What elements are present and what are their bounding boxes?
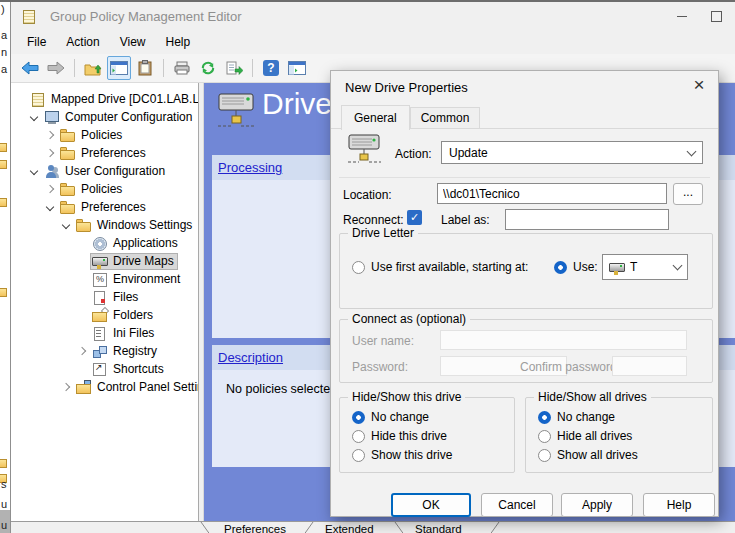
drive-action-icon bbox=[347, 133, 385, 165]
hide-this-drive-radio[interactable]: Hide this drive bbox=[352, 429, 447, 443]
back-icon[interactable] bbox=[18, 56, 42, 80]
control-panel-folder-icon bbox=[76, 380, 93, 395]
ok-button[interactable]: OK bbox=[391, 493, 471, 517]
cancel-button[interactable]: Cancel bbox=[481, 493, 553, 517]
chevron-down-icon bbox=[673, 261, 683, 271]
export-list-icon[interactable] bbox=[222, 56, 246, 80]
tree-item-drive-maps[interactable]: Drive Maps bbox=[11, 252, 198, 270]
tree-item-files[interactable]: Files bbox=[11, 288, 198, 306]
bottom-tab-strip: Preferences Extended Standard bbox=[11, 521, 735, 533]
tree-item-user-configuration[interactable]: User Configuration bbox=[11, 162, 198, 180]
chevron-collapsed-icon[interactable] bbox=[78, 347, 86, 355]
computer-icon bbox=[44, 110, 61, 125]
tab-standard[interactable]: Standard bbox=[415, 523, 462, 533]
menu-bar: File Action View Help bbox=[11, 30, 735, 54]
connect-as-group-title: Connect as (optional) bbox=[348, 312, 470, 326]
chevron-collapsed-icon[interactable] bbox=[46, 149, 54, 157]
radio-off-icon[interactable] bbox=[352, 261, 365, 274]
tree-item-computer-configuration[interactable]: Computer Configuration bbox=[11, 108, 198, 126]
show-console-tree-icon[interactable] bbox=[107, 56, 131, 80]
show-this-drive-radio[interactable]: Show this drive bbox=[352, 448, 452, 462]
browse-button[interactable]: ... bbox=[673, 183, 703, 205]
forward-icon[interactable] bbox=[44, 56, 68, 80]
tree-item-policies[interactable]: Policies bbox=[11, 126, 198, 144]
folder-icon bbox=[0, 143, 7, 152]
tree-item-environment[interactable]: Environment bbox=[11, 270, 198, 288]
toolbar-separator bbox=[252, 59, 253, 77]
description-link[interactable]: Description bbox=[218, 350, 283, 365]
menu-help[interactable]: Help bbox=[156, 31, 201, 53]
chevron-expanded-icon[interactable] bbox=[62, 221, 70, 229]
this-no-change-radio[interactable]: No change bbox=[352, 410, 429, 424]
selected-item-highlight: Drive Maps bbox=[90, 253, 178, 270]
apply-button[interactable]: Apply bbox=[561, 493, 633, 517]
bg-text-fragment: a bbox=[1, 29, 7, 41]
gpo-scroll-icon bbox=[21, 9, 38, 24]
radio-on-icon[interactable] bbox=[352, 411, 365, 424]
tree-item-shortcuts[interactable]: Shortcuts bbox=[11, 360, 198, 378]
all-no-change-radio[interactable]: No change bbox=[538, 410, 615, 424]
tab-general[interactable]: General bbox=[341, 105, 410, 130]
tree-item-mapped-drive-gpo[interactable]: Mapped Drive [DC01.LAB.LOCA bbox=[11, 90, 198, 108]
use-first-available-radio[interactable]: Use first available, starting at: bbox=[352, 260, 528, 274]
title-bar: Group Policy Management Editor bbox=[11, 2, 735, 30]
tree-item-windows-settings[interactable]: Windows Settings bbox=[11, 216, 198, 234]
tree-item-user-policies[interactable]: Policies bbox=[11, 180, 198, 198]
tree-item-applications[interactable]: Applications bbox=[11, 234, 198, 252]
tree-item-control-panel-settings[interactable]: Control Panel Setting bbox=[11, 378, 198, 396]
help-icon[interactable]: ? bbox=[259, 56, 283, 80]
folder-icon bbox=[76, 218, 93, 233]
refresh-icon[interactable] bbox=[196, 56, 220, 80]
radio-on-icon[interactable] bbox=[554, 261, 567, 274]
hide-all-drives-radio[interactable]: Hide all drives bbox=[538, 429, 632, 443]
user-icon bbox=[44, 164, 61, 179]
label-as-input[interactable] bbox=[505, 209, 669, 230]
shortcuts-icon bbox=[92, 362, 109, 377]
up-one-level-icon[interactable] bbox=[81, 56, 105, 80]
drive-letter-select[interactable]: T bbox=[602, 254, 688, 280]
toolbar-separator bbox=[163, 59, 164, 77]
radio-off-icon[interactable] bbox=[352, 449, 365, 462]
tab-common[interactable]: Common bbox=[410, 107, 481, 129]
action-label: Action: bbox=[395, 147, 432, 161]
tree-item-ini-files[interactable]: Ini Files bbox=[11, 324, 198, 342]
new-window-icon[interactable] bbox=[285, 56, 309, 80]
tab-extended[interactable]: Extended bbox=[325, 523, 374, 533]
chevron-expanded-icon[interactable] bbox=[30, 167, 38, 175]
radio-off-icon[interactable] bbox=[352, 430, 365, 443]
reconnect-checkbox[interactable] bbox=[407, 210, 422, 225]
menu-view[interactable]: View bbox=[110, 31, 156, 53]
chevron-collapsed-icon[interactable] bbox=[46, 131, 54, 139]
processing-link[interactable]: Processing bbox=[218, 160, 282, 175]
confirm-password-input bbox=[612, 356, 687, 376]
tree-item-preferences[interactable]: Preferences bbox=[11, 144, 198, 162]
close-icon[interactable]: × bbox=[688, 74, 710, 96]
location-input[interactable] bbox=[437, 183, 667, 204]
action-select[interactable]: Update bbox=[441, 141, 703, 164]
help-button[interactable]: Help bbox=[643, 493, 715, 517]
print-icon[interactable] bbox=[170, 56, 194, 80]
radio-on-icon[interactable] bbox=[538, 411, 551, 424]
password-label: Password: bbox=[352, 360, 408, 374]
tab-preferences[interactable]: Preferences bbox=[224, 523, 286, 533]
minimize-button[interactable] bbox=[669, 6, 695, 26]
folders-icon bbox=[92, 308, 109, 323]
menu-file[interactable]: File bbox=[17, 31, 56, 53]
chevron-collapsed-icon[interactable] bbox=[46, 185, 54, 193]
radio-off-icon[interactable] bbox=[538, 449, 551, 462]
radio-off-icon[interactable] bbox=[538, 430, 551, 443]
use-radio[interactable]: Use: bbox=[554, 260, 598, 274]
show-all-drives-radio[interactable]: Show all drives bbox=[538, 448, 638, 462]
maximize-button[interactable] bbox=[703, 6, 729, 26]
tree-item-user-preferences[interactable]: Preferences bbox=[11, 198, 198, 216]
menu-action[interactable]: Action bbox=[56, 31, 109, 53]
chevron-collapsed-icon[interactable] bbox=[62, 383, 70, 391]
gpo-scroll-icon bbox=[30, 92, 47, 107]
clipboard-icon[interactable] bbox=[133, 56, 157, 80]
tree-item-registry[interactable]: Registry bbox=[11, 342, 198, 360]
tree-item-folders[interactable]: Folders bbox=[11, 306, 198, 324]
chevron-expanded-icon[interactable] bbox=[46, 203, 54, 211]
drive-letter-value: T bbox=[630, 260, 670, 274]
chevron-expanded-icon[interactable] bbox=[30, 113, 38, 121]
bg-text-fragment: u bbox=[1, 519, 7, 531]
